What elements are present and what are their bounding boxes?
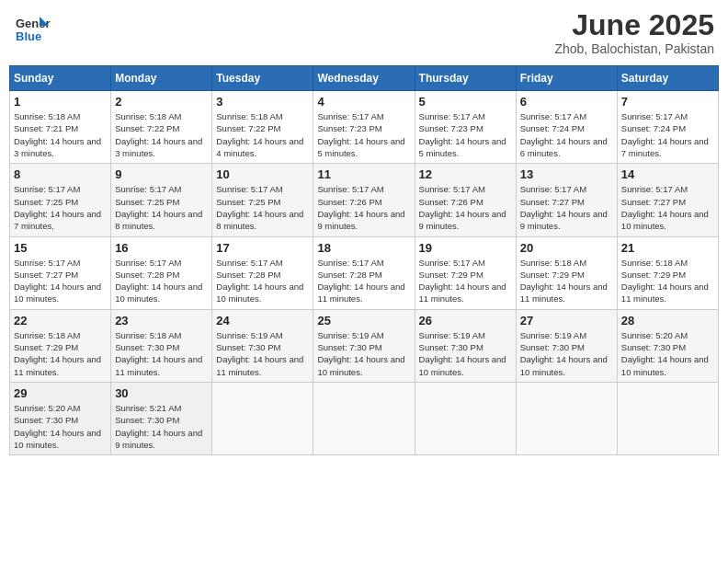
table-row: 30 Sunrise: 5:21 AM Sunset: 7:30 PM Dayl… xyxy=(111,382,212,454)
col-friday: Friday xyxy=(516,66,617,91)
table-row: 12 Sunrise: 5:17 AM Sunset: 7:26 PM Dayl… xyxy=(415,164,516,236)
day-info: Sunrise: 5:18 AM Sunset: 7:29 PM Dayligh… xyxy=(621,257,714,305)
day-info: Sunrise: 5:19 AM Sunset: 7:30 PM Dayligh… xyxy=(317,329,410,378)
table-row xyxy=(415,382,516,454)
table-row xyxy=(617,382,718,454)
table-row xyxy=(516,382,617,454)
day-number: 26 xyxy=(419,314,512,327)
day-number: 27 xyxy=(520,314,613,327)
day-number: 21 xyxy=(621,241,714,255)
day-info: Sunrise: 5:17 AM Sunset: 7:23 PM Dayligh… xyxy=(317,110,410,159)
table-row: 20 Sunrise: 5:18 AM Sunset: 7:29 PM Dayl… xyxy=(516,236,617,309)
day-info: Sunrise: 5:17 AM Sunset: 7:25 PM Dayligh… xyxy=(14,183,107,232)
day-info: Sunrise: 5:21 AM Sunset: 7:30 PM Dayligh… xyxy=(115,402,208,451)
day-number: 25 xyxy=(317,314,410,327)
day-number: 19 xyxy=(419,241,512,255)
table-row: 28 Sunrise: 5:20 AM Sunset: 7:30 PM Dayl… xyxy=(617,309,718,382)
day-info: Sunrise: 5:17 AM Sunset: 7:25 PM Dayligh… xyxy=(216,183,309,232)
table-row: 22 Sunrise: 5:18 AM Sunset: 7:29 PM Dayl… xyxy=(10,309,111,382)
table-row: 25 Sunrise: 5:19 AM Sunset: 7:30 PM Dayl… xyxy=(313,309,415,382)
calendar-week-row: 22 Sunrise: 5:18 AM Sunset: 7:29 PM Dayl… xyxy=(10,309,719,382)
calendar-body: 1 Sunrise: 5:18 AM Sunset: 7:21 PM Dayli… xyxy=(10,91,719,455)
table-row: 1 Sunrise: 5:18 AM Sunset: 7:21 PM Dayli… xyxy=(10,91,111,164)
table-row: 29 Sunrise: 5:20 AM Sunset: 7:30 PM Dayl… xyxy=(10,382,111,454)
table-row: 9 Sunrise: 5:17 AM Sunset: 7:25 PM Dayli… xyxy=(111,164,212,236)
table-row: 8 Sunrise: 5:17 AM Sunset: 7:25 PM Dayli… xyxy=(10,164,111,236)
day-info: Sunrise: 5:19 AM Sunset: 7:30 PM Dayligh… xyxy=(520,329,613,378)
day-number: 1 xyxy=(14,95,107,109)
calendar-week-row: 15 Sunrise: 5:17 AM Sunset: 7:27 PM Dayl… xyxy=(10,236,719,309)
table-row: 17 Sunrise: 5:17 AM Sunset: 7:28 PM Dayl… xyxy=(212,236,313,309)
table-row: 13 Sunrise: 5:17 AM Sunset: 7:27 PM Dayl… xyxy=(516,164,617,236)
day-number: 28 xyxy=(621,314,714,327)
day-number: 24 xyxy=(216,314,309,327)
day-info: Sunrise: 5:20 AM Sunset: 7:30 PM Dayligh… xyxy=(14,402,107,451)
day-info: Sunrise: 5:18 AM Sunset: 7:22 PM Dayligh… xyxy=(115,110,208,159)
day-info: Sunrise: 5:18 AM Sunset: 7:29 PM Dayligh… xyxy=(520,257,613,305)
table-row: 15 Sunrise: 5:17 AM Sunset: 7:27 PM Dayl… xyxy=(10,236,111,309)
table-row: 7 Sunrise: 5:17 AM Sunset: 7:24 PM Dayli… xyxy=(617,91,718,164)
day-number: 17 xyxy=(216,241,309,255)
title-block: June 2025 Zhob, Balochistan, Pakistan xyxy=(554,9,714,56)
table-row: 16 Sunrise: 5:17 AM Sunset: 7:28 PM Dayl… xyxy=(111,236,212,309)
day-info: Sunrise: 5:17 AM Sunset: 7:27 PM Dayligh… xyxy=(14,257,107,305)
table-row: 10 Sunrise: 5:17 AM Sunset: 7:25 PM Dayl… xyxy=(212,164,313,236)
col-saturday: Saturday xyxy=(617,66,718,91)
day-number: 14 xyxy=(621,167,714,181)
logo: General Blue xyxy=(14,9,54,46)
day-info: Sunrise: 5:17 AM Sunset: 7:24 PM Dayligh… xyxy=(520,110,613,159)
day-info: Sunrise: 5:17 AM Sunset: 7:24 PM Dayligh… xyxy=(621,110,714,159)
page-header: General Blue June 2025 Zhob, Balochistan… xyxy=(9,9,719,56)
day-number: 9 xyxy=(115,167,208,181)
calendar-table: Sunday Monday Tuesday Wednesday Thursday… xyxy=(9,65,719,455)
day-number: 16 xyxy=(115,241,208,255)
svg-text:Blue: Blue xyxy=(16,29,41,43)
day-number: 23 xyxy=(115,314,208,327)
day-number: 3 xyxy=(216,95,309,109)
day-number: 2 xyxy=(115,95,208,109)
day-info: Sunrise: 5:17 AM Sunset: 7:29 PM Dayligh… xyxy=(419,257,512,305)
table-row: 19 Sunrise: 5:17 AM Sunset: 7:29 PM Dayl… xyxy=(415,236,516,309)
table-row: 11 Sunrise: 5:17 AM Sunset: 7:26 PM Dayl… xyxy=(313,164,415,236)
table-row: 18 Sunrise: 5:17 AM Sunset: 7:28 PM Dayl… xyxy=(313,236,415,309)
table-row: 6 Sunrise: 5:17 AM Sunset: 7:24 PM Dayli… xyxy=(516,91,617,164)
table-row: 23 Sunrise: 5:18 AM Sunset: 7:30 PM Dayl… xyxy=(111,309,212,382)
day-number: 4 xyxy=(317,95,410,109)
day-info: Sunrise: 5:17 AM Sunset: 7:28 PM Dayligh… xyxy=(216,257,309,305)
day-info: Sunrise: 5:17 AM Sunset: 7:27 PM Dayligh… xyxy=(621,183,714,232)
day-number: 5 xyxy=(419,95,512,109)
day-info: Sunrise: 5:19 AM Sunset: 7:30 PM Dayligh… xyxy=(419,329,512,378)
table-row xyxy=(212,382,313,454)
day-number: 12 xyxy=(419,167,512,181)
col-wednesday: Wednesday xyxy=(313,66,415,91)
table-row: 27 Sunrise: 5:19 AM Sunset: 7:30 PM Dayl… xyxy=(516,309,617,382)
location-subtitle: Zhob, Balochistan, Pakistan xyxy=(554,41,714,56)
day-number: 29 xyxy=(14,386,107,400)
col-sunday: Sunday xyxy=(10,66,111,91)
day-number: 18 xyxy=(317,241,410,255)
calendar-week-row: 1 Sunrise: 5:18 AM Sunset: 7:21 PM Dayli… xyxy=(10,91,719,164)
day-number: 15 xyxy=(14,241,107,255)
day-info: Sunrise: 5:17 AM Sunset: 7:28 PM Dayligh… xyxy=(115,257,208,305)
calendar-week-row: 29 Sunrise: 5:20 AM Sunset: 7:30 PM Dayl… xyxy=(10,382,719,454)
day-number: 11 xyxy=(317,167,410,181)
table-row: 2 Sunrise: 5:18 AM Sunset: 7:22 PM Dayli… xyxy=(111,91,212,164)
day-info: Sunrise: 5:17 AM Sunset: 7:25 PM Dayligh… xyxy=(115,183,208,232)
table-row: 4 Sunrise: 5:17 AM Sunset: 7:23 PM Dayli… xyxy=(313,91,415,164)
day-info: Sunrise: 5:17 AM Sunset: 7:26 PM Dayligh… xyxy=(419,183,512,232)
table-row: 3 Sunrise: 5:18 AM Sunset: 7:22 PM Dayli… xyxy=(212,91,313,164)
day-number: 13 xyxy=(520,167,613,181)
day-info: Sunrise: 5:18 AM Sunset: 7:21 PM Dayligh… xyxy=(14,110,107,159)
day-info: Sunrise: 5:19 AM Sunset: 7:30 PM Dayligh… xyxy=(216,329,309,378)
table-row: 5 Sunrise: 5:17 AM Sunset: 7:23 PM Dayli… xyxy=(415,91,516,164)
col-thursday: Thursday xyxy=(415,66,516,91)
calendar-week-row: 8 Sunrise: 5:17 AM Sunset: 7:25 PM Dayli… xyxy=(10,164,719,236)
table-row: 14 Sunrise: 5:17 AM Sunset: 7:27 PM Dayl… xyxy=(617,164,718,236)
day-info: Sunrise: 5:17 AM Sunset: 7:23 PM Dayligh… xyxy=(419,110,512,159)
day-info: Sunrise: 5:18 AM Sunset: 7:22 PM Dayligh… xyxy=(216,110,309,159)
day-number: 6 xyxy=(520,95,613,109)
day-info: Sunrise: 5:20 AM Sunset: 7:30 PM Dayligh… xyxy=(621,329,714,378)
col-tuesday: Tuesday xyxy=(212,66,313,91)
month-year-title: June 2025 xyxy=(554,9,714,41)
table-row xyxy=(313,382,415,454)
